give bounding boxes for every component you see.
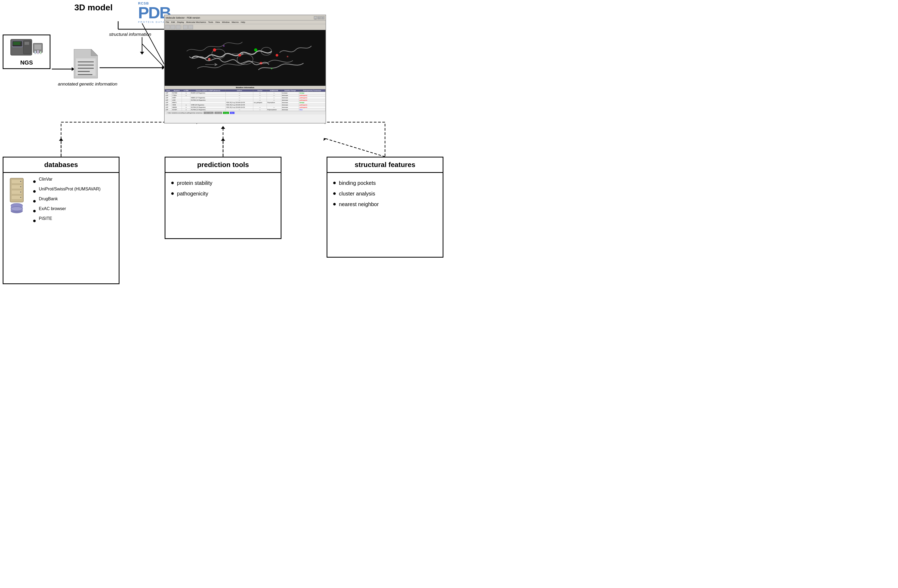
structural-features-box: structural features ● binding pockets ● …: [327, 157, 443, 258]
viewer-table-area: Mutation Information Gene Mutation in PD…: [165, 86, 326, 123]
menu-macros[interactable]: Macros: [232, 21, 238, 23]
svg-marker-13: [59, 138, 63, 141]
svg-point-52: [287, 56, 288, 57]
menu-tools[interactable]: Tools: [208, 21, 213, 23]
menu-view[interactable]: View: [215, 21, 220, 23]
viewer-toolbar: [165, 24, 326, 30]
svg-rect-41: [76, 58, 95, 76]
svg-marker-17: [323, 138, 327, 141]
cc-unknown-badge2: unknown: [215, 112, 222, 114]
menu-help[interactable]: Help: [241, 21, 245, 23]
db-pisite-label: PiSITE: [39, 216, 52, 221]
menu-molecular[interactable]: Molecular Mechanics: [186, 21, 206, 23]
table-row: JUP M667L PDB: 3FQ X-ray 2.80 A/B=124-67…: [165, 102, 326, 104]
bullet-sf-1: ●: [333, 178, 336, 187]
bullet-sf-3: ●: [333, 199, 336, 208]
db-drugbank-label: DrugBank: [39, 197, 58, 201]
bullet-5: ●: [33, 216, 36, 225]
svg-marker-40: [91, 49, 98, 56]
viewer-title: Molecule Selector - PDB version: [166, 17, 200, 19]
svg-point-51: [223, 45, 224, 47]
menu-window[interactable]: Window: [222, 21, 229, 23]
databases-content: ● ClinVar ● UniProt/SwissProt (HUMSAVAR)…: [3, 173, 119, 230]
menu-edit[interactable]: Edit: [171, 21, 175, 23]
pt-stability-label: protein stability: [177, 178, 212, 188]
viewer-titlebar: Molecule Selector - PDB version _ □ ×: [165, 15, 326, 20]
pt-item-stability: ● protein stability: [171, 178, 275, 188]
sf-item-binding: ● binding pockets: [333, 178, 437, 188]
sf-binding-label: binding pockets: [339, 178, 376, 188]
svg-rect-38: [40, 51, 42, 54]
mutation-sphere-4: [275, 54, 278, 57]
col-gene: Gene: [165, 89, 172, 92]
ngs-box: NGS: [3, 34, 51, 69]
sf-cluster-label: cluster analysis: [339, 189, 375, 199]
col-clinvar: ClinVar: [253, 89, 267, 92]
prediction-tools-box: prediction tools ● protein stability ● p…: [165, 157, 281, 239]
structural-features-title: structural features: [328, 157, 443, 173]
col-mutation: Mutation: [172, 89, 182, 92]
svg-line-6: [142, 44, 165, 68]
databases-box: databases: [3, 157, 120, 284]
cc-unknown-badge[interactable]: Color coding: [204, 112, 214, 114]
svg-rect-36: [34, 51, 36, 54]
page-title: 3D model: [74, 3, 112, 12]
db-item-clinvar: ● ClinVar: [33, 177, 101, 186]
col-pathogenicity: Pathogenicity Consensus: [299, 89, 326, 92]
svg-point-59: [20, 181, 21, 182]
sf-neighbor-label: nearest neighbor: [339, 199, 379, 209]
table-row: JUP R142H x R176W (13 Ångström) — — Poly…: [165, 109, 326, 111]
ngs-machine-icon: [8, 38, 45, 59]
db-clinvar-label: ClinVar: [39, 177, 52, 182]
db-item-exac: ● ExAC browser: [33, 206, 101, 215]
toolbar-btn-3[interactable]: [176, 25, 181, 29]
server-icon: [6, 177, 27, 226]
bullet-3: ●: [33, 197, 36, 205]
table-row: JUP V64B x V64B (20 Ångström) PDB: 3FQ X…: [165, 104, 326, 106]
toolbar-btn-4[interactable]: [183, 25, 188, 29]
svg-marker-5: [140, 52, 144, 54]
db-item-drugbank: ● DrugBank: [33, 197, 101, 205]
mutation-sphere-3: [254, 48, 257, 52]
mutation-sphere-1: [213, 48, 216, 52]
toolbar-btn-2[interactable]: [171, 25, 175, 29]
table-row: JUP R176W x R142H (13 Ångström) — — — in…: [165, 92, 326, 94]
structural-info-label: structural information: [103, 31, 157, 38]
svg-point-60: [20, 186, 21, 187]
annotated-genetic-label: annotated genetic information: [56, 81, 120, 88]
db-exac-label: ExAC browser: [39, 206, 66, 211]
svg-rect-47: [165, 30, 325, 86]
toolbar-btn-1[interactable]: [165, 25, 170, 29]
toolbar-btn-5[interactable]: [188, 25, 193, 29]
table-header-label: Mutation Information: [165, 86, 326, 89]
document-icon: [74, 49, 98, 79]
svg-point-62: [20, 197, 21, 198]
table-row: JUP I348T N690S (27 Ångström) — — — decr…: [165, 97, 326, 99]
pt-item-pathogenicity: ● pathogenicity: [171, 189, 275, 199]
viewer-minimize-btn[interactable]: _: [314, 16, 317, 19]
sf-item-cluster: ● cluster analysis: [333, 189, 437, 199]
viewer-maximize-btn[interactable]: □: [318, 16, 321, 19]
databases-title: databases: [3, 157, 119, 173]
cc-blue-badge: blue: [230, 112, 234, 114]
svg-marker-22: [221, 126, 225, 129]
viewer-close-btn[interactable]: ×: [321, 16, 324, 19]
db-item-uniprot: ● UniProt/SwissProt (HUMSAVAR): [33, 187, 101, 195]
bullet-pt-1: ●: [171, 178, 174, 187]
prediction-tools-title: prediction tools: [165, 157, 281, 173]
sf-item-neighbor: ● nearest neighbor: [333, 199, 437, 209]
bullet-4: ●: [33, 206, 36, 215]
molecule-viewer-window[interactable]: Molecule Selector - PDB version _ □ × Fi…: [164, 15, 326, 123]
mutation-sphere-2: [238, 54, 241, 57]
col-stability: Stability Change: [281, 89, 299, 92]
menu-file[interactable]: File: [166, 21, 169, 23]
col-humsavar: HUMSAVAR: [267, 89, 281, 92]
svg-point-61: [20, 191, 21, 192]
color-coding-bar: → Color mutations according to pathogeni…: [165, 111, 326, 114]
svg-point-67: [11, 206, 23, 211]
ngs-label: NGS: [20, 59, 33, 66]
mutations-table: Gene Mutation in PDB Closest neighbor ns…: [165, 89, 326, 111]
col-neighbor: Closest neighbor nsSNP (distance): [191, 89, 226, 92]
menu-display[interactable]: Display: [177, 21, 184, 23]
viewer-menubar: File Edit Display Molecular Mechanics To…: [165, 20, 326, 24]
